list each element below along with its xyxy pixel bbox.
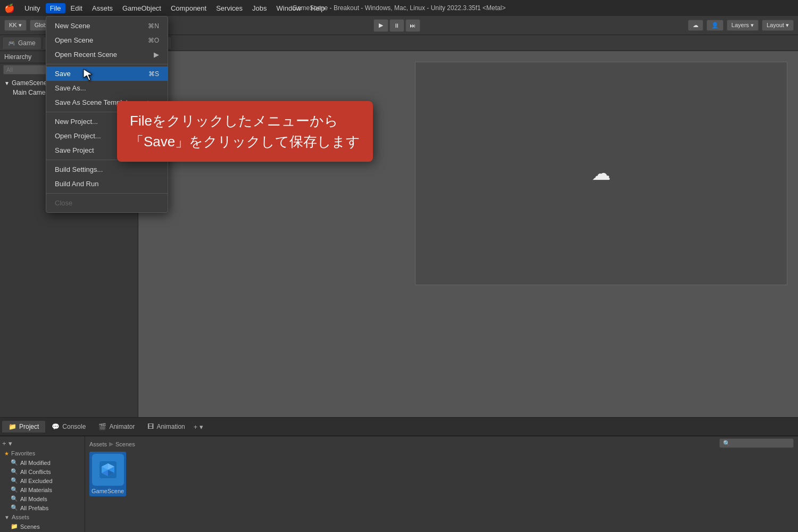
new-project-label: New Project... — [55, 118, 98, 126]
breadcrumb-assets[interactable]: Assets — [89, 441, 107, 447]
animator-tab-icon: 🎬 — [98, 423, 106, 430]
open-recent-scene-label: Open Recent Scene — [55, 51, 117, 59]
sidebar-all-materials[interactable]: 🔍 All Materials — [0, 485, 85, 494]
game-icon: 🎮 — [8, 40, 15, 47]
sidebar-all-excluded[interactable]: 🔍 All Excluded — [0, 476, 85, 485]
console-tab-icon: 💬 — [52, 423, 60, 430]
save-as-label: Save As... — [55, 84, 86, 92]
asset-browser: Assets ▶ Scenes Gam — [85, 436, 798, 532]
gamescene-asset-icon — [92, 454, 124, 486]
sidebar-scenes[interactable]: 📁 Scenes — [0, 522, 85, 531]
search-icon-materials: 🔍 — [11, 486, 18, 493]
window-title: GameScene - Breakout - Windows, Mac, Lin… — [293, 4, 506, 12]
sidebar-controls: + ▾ — [0, 438, 85, 448]
menu-item-assets[interactable]: Assets — [88, 3, 117, 13]
all-modified-label: All Modified — [20, 460, 51, 466]
menu-build-and-run[interactable]: Build And Run — [46, 177, 168, 191]
menu-build-settings[interactable]: Build Settings... — [46, 162, 168, 177]
cloud-icon: ☁ — [592, 162, 611, 185]
menu-open-scene[interactable]: Open Scene ⌘O — [46, 33, 168, 47]
tab-animator[interactable]: 🎬 Animator — [92, 421, 141, 433]
hier-gamescene-label: GameScene — [12, 79, 47, 87]
menu-item-jobs[interactable]: Jobs — [248, 3, 271, 13]
expand-arrow: ▼ — [4, 80, 10, 86]
build-settings-label: Build Settings... — [55, 165, 103, 173]
sidebar-panel: + ▾ ★ Favorites 🔍 All Modified 🔍 All Con… — [0, 436, 85, 532]
sidebar-all-conflicts[interactable]: 🔍 All Conflicts — [0, 467, 85, 476]
all-prefabs-label: All Prefabs — [20, 505, 48, 511]
separator-4 — [46, 193, 168, 194]
save-shortcut: ⌘S — [148, 70, 159, 78]
sidebar-all-modified[interactable]: 🔍 All Modified — [0, 458, 85, 467]
collab-button[interactable]: ☁ — [688, 20, 703, 31]
menu-item-component[interactable]: Component — [167, 3, 211, 13]
sidebar-all-models[interactable]: 🔍 All Models — [0, 494, 85, 503]
search-icon-modified: 🔍 — [11, 459, 18, 466]
kk-button[interactable]: KK ▾ — [4, 20, 27, 31]
play-controls: ▶ ⏸ ⏭ — [373, 19, 420, 32]
sidebar-add-btn[interactable]: + — [2, 439, 6, 447]
breadcrumb: Assets ▶ Scenes — [89, 440, 794, 447]
sidebar-all-prefabs[interactable]: 🔍 All Prefabs — [0, 503, 85, 512]
account-button[interactable]: 👤 — [706, 20, 724, 31]
new-scene-label: New Scene — [55, 22, 90, 30]
animation-tab-label: Animation — [156, 423, 185, 430]
pause-button[interactable]: ⏸ — [389, 19, 404, 32]
all-excluded-label: All Excluded — [20, 478, 53, 484]
open-scene-label: Open Scene — [55, 36, 93, 44]
project-tab-label: Project — [19, 423, 39, 430]
gamescene-label: GameScene — [92, 488, 124, 494]
close-label: Close — [55, 199, 72, 207]
asset-search[interactable] — [719, 438, 794, 448]
layers-button[interactable]: Layers ▾ — [727, 20, 759, 31]
tab-animation[interactable]: 🎞 Animation — [141, 421, 191, 433]
bottom-panel: + ▾ ★ Favorites 🔍 All Modified 🔍 All Con… — [0, 436, 798, 532]
hierarchy-title: Hierarchy — [4, 53, 31, 61]
layout-button[interactable]: Layout ▾ — [762, 20, 794, 31]
save-project-label: Save Project — [55, 146, 94, 154]
all-materials-label: All Materials — [20, 487, 52, 493]
asset-gamescene[interactable]: GameScene — [89, 452, 126, 496]
assets-arrow-icon: ▼ — [4, 514, 10, 520]
separator-1 — [46, 64, 168, 64]
scenes-label: Scenes — [20, 523, 40, 530]
menu-save-as[interactable]: Save As... — [46, 81, 168, 95]
game-viewport: ☁ — [415, 62, 787, 285]
search-icon-prefabs: 🔍 — [11, 504, 18, 511]
open-scene-shortcut: ⌘O — [148, 37, 159, 44]
sidebar-favorites-header[interactable]: ★ Favorites — [0, 448, 85, 458]
step-button[interactable]: ⏭ — [405, 19, 420, 32]
tooltip-text: Fileをクリックしたメニューから「Save」をクリックして保存します — [130, 111, 360, 152]
menu-item-unity[interactable]: Unity — [20, 3, 45, 13]
tab-game-label: Game — [18, 39, 36, 47]
sidebar-assets-header[interactable]: ▼ Assets — [0, 512, 85, 522]
asset-grid: GameScene — [89, 452, 794, 496]
menu-close: Close — [46, 196, 168, 210]
breadcrumb-scenes[interactable]: Scenes — [115, 441, 135, 447]
menu-item-services[interactable]: Services — [212, 3, 247, 13]
new-scene-shortcut: ⌘N — [148, 22, 159, 30]
build-and-run-label: Build And Run — [55, 180, 98, 188]
tab-game[interactable]: 🎮 Game — [2, 37, 41, 49]
menu-item-file[interactable]: File — [46, 3, 65, 13]
tab-project[interactable]: 📁 Project — [2, 421, 45, 433]
favorites-star-icon: ★ — [4, 451, 9, 456]
play-button[interactable]: ▶ — [373, 19, 388, 32]
console-tab-label: Console — [62, 423, 86, 430]
apple-icon[interactable]: 🍎 — [4, 3, 15, 13]
project-tab-icon: 📁 — [9, 423, 16, 430]
save-label: Save — [55, 70, 71, 78]
menu-new-scene[interactable]: New Scene ⌘N — [46, 19, 168, 33]
favorites-label: Favorites — [11, 450, 35, 456]
animation-tab-icon: 🎞 — [147, 423, 154, 430]
all-models-label: All Models — [20, 496, 47, 502]
sidebar-options-btn[interactable]: ▾ — [9, 439, 12, 447]
open-project-label: Open Project... — [55, 132, 101, 140]
tab-console[interactable]: 💬 Console — [45, 421, 92, 433]
tooltip-box: Fileをクリックしたメニューから「Save」をクリックして保存します — [117, 101, 373, 162]
menu-save[interactable]: Save ⌘S — [46, 66, 168, 81]
menu-item-edit[interactable]: Edit — [66, 3, 87, 13]
menu-open-recent-scene[interactable]: Open Recent Scene ▶ — [46, 47, 168, 62]
menu-item-gameobject[interactable]: GameObject — [118, 3, 165, 13]
add-tab-btn[interactable]: + ▾ — [194, 423, 203, 431]
